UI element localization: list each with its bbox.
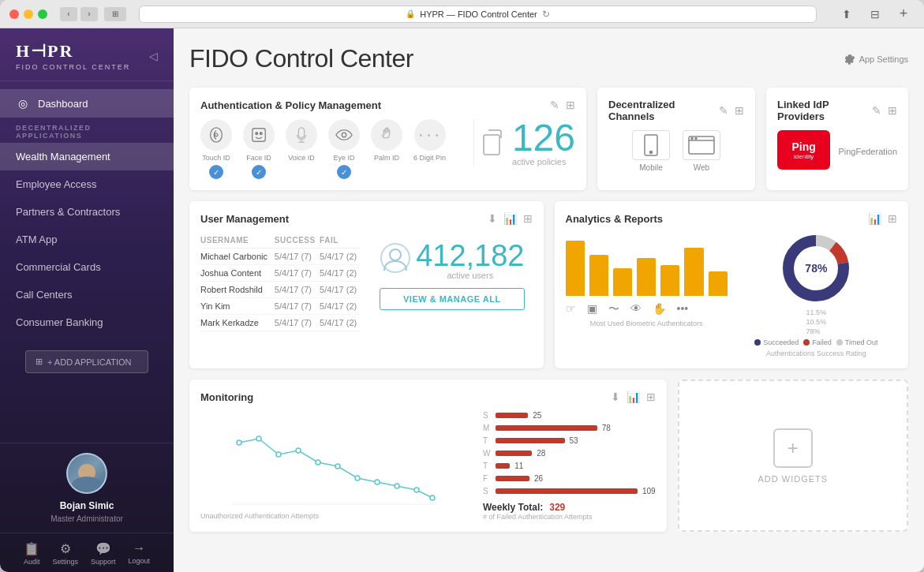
chart-icon[interactable]: 📊 — [503, 212, 517, 225]
voice-id-label: Voice ID — [288, 154, 315, 162]
refresh-icon[interactable]: ↻ — [542, 9, 550, 20]
settings-button[interactable]: ⚙ Settings — [52, 541, 78, 566]
add-application-button[interactable]: ⊞ + ADD APPLICATION — [25, 350, 148, 373]
table-row[interactable]: Yin Kim5/4/17 (7)5/4/17 (2) — [200, 298, 361, 315]
day-label: T — [483, 462, 491, 470]
sidebar-item-partners[interactable]: Partners & Contractors — [0, 198, 174, 226]
avatar-image — [68, 454, 106, 492]
svg-point-14 — [695, 138, 697, 140]
analytics-add-icon[interactable]: ⊞ — [888, 212, 897, 225]
support-label: Support — [91, 558, 116, 566]
channels-edit-icon[interactable]: ✎ — [719, 104, 728, 117]
monitoring-card: Monitoring ⬇ 📊 ⊞ — [189, 379, 667, 532]
bar — [637, 258, 656, 296]
svg-point-10 — [650, 151, 653, 154]
settings-icon: ⚙ — [60, 541, 71, 556]
svg-point-27 — [355, 476, 360, 480]
idp-edit-icon[interactable]: ✎ — [872, 104, 881, 117]
day-bar — [496, 425, 597, 431]
monitoring-chart-label: Unauthorized Authentication Attempts — [200, 512, 467, 520]
user-management-card: User Management ⬇ 📊 ⊞ USE — [189, 201, 544, 368]
active-policies-label: active policies — [512, 157, 575, 166]
eye-id-check: ✓ — [337, 165, 351, 179]
sidebar-item-call-centers[interactable]: Call Centers — [0, 281, 174, 308]
logout-button[interactable]: → Logout — [129, 541, 151, 566]
download-icon[interactable]: ⬇ — [488, 212, 497, 225]
sidebar-item-wealth-management[interactable]: Wealth Management — [0, 143, 174, 170]
sidebar-item-atm-app[interactable]: ATM App — [0, 226, 174, 253]
idp-actions: ✎ ⊞ — [872, 104, 897, 117]
monitoring-download-icon[interactable]: ⬇ — [611, 391, 620, 403]
palm-id-label: Palm ID — [374, 154, 399, 162]
table-row[interactable]: Mark Kerkadze5/4/17 (7)5/4/17 (2) — [200, 315, 361, 331]
forward-button[interactable]: › — [80, 7, 98, 21]
day-bar — [496, 463, 510, 469]
analytics-chart-icon[interactable]: 📊 — [868, 212, 881, 225]
add-user-icon[interactable]: ⊞ — [523, 212, 533, 225]
new-tab-button[interactable]: + — [892, 3, 915, 25]
sidebar: H⊣PR FIDO CONTROL CENTER ◁ ◎ Dashboard D… — [0, 28, 174, 572]
idp-title: Linked IdP Providers — [777, 99, 872, 122]
dots-icon: ••• — [677, 302, 689, 316]
bar — [566, 241, 585, 296]
svg-point-30 — [414, 488, 419, 492]
sidebar-item-dashboard[interactable]: ◎ Dashboard — [0, 89, 174, 118]
idp-card: Linked IdP Providers ✎ ⊞ Ping identity P… — [766, 88, 908, 190]
user-mgmt-title: User Management — [200, 213, 289, 225]
idp-add-icon[interactable]: ⊞ — [888, 104, 897, 117]
monitoring-chart-icon[interactable]: 📊 — [627, 391, 640, 403]
call-centers-label: Call Centers — [16, 289, 73, 301]
user-name-cell: Joshua Content — [200, 265, 275, 282]
svg-rect-2 — [253, 129, 266, 142]
sidebar-toggle-icon[interactable]: ⊟ — [864, 3, 886, 25]
back-button[interactable]: ‹ — [60, 7, 77, 21]
close-button[interactable] — [9, 9, 19, 19]
auth-touch-id: Touch ID ✓ — [200, 119, 232, 179]
user-name-cell: Michael Carbonic — [200, 249, 275, 265]
sidebar-item-commercial-cards[interactable]: Commercial Cards — [0, 253, 174, 281]
user-name-cell: Mark Kerkadze — [200, 315, 275, 331]
svg-point-22 — [256, 436, 261, 441]
url-bar[interactable]: 🔒 HYPR — FIDO Control Center ↻ — [139, 6, 817, 23]
channels-title: Decentralized Channels — [608, 99, 719, 122]
table-row[interactable]: Robert Rodshild5/4/17 (7)5/4/17 (2) — [200, 282, 361, 298]
auth-policy-add-icon[interactable]: ⊞ — [566, 99, 575, 111]
monitoring-day-row: M78 — [483, 424, 656, 432]
eye-id-icon — [328, 119, 360, 151]
support-icon: 💬 — [95, 541, 111, 556]
auth-divider — [473, 119, 474, 166]
audit-label: Audit — [24, 558, 40, 566]
auth-policy-edit-icon[interactable]: ✎ — [550, 99, 559, 111]
bar — [660, 265, 679, 296]
monitoring-day-row: S109 — [483, 487, 656, 495]
hand-icon: ✋ — [653, 302, 666, 316]
monitoring-day-row: W28 — [483, 449, 656, 458]
channels-add-icon[interactable]: ⊞ — [735, 104, 744, 117]
table-row[interactable]: Michael Carbonic5/4/17 (7)5/4/17 (2) — [200, 249, 361, 265]
support-button[interactable]: 💬 Support — [91, 541, 116, 566]
add-widgets-card[interactable]: + ADD WIDGETS — [678, 379, 908, 532]
user-success-cell: 5/4/17 (7) — [275, 249, 320, 265]
timed-out-label: Timed Out — [845, 338, 878, 346]
tab-view-button[interactable]: ⊞ — [104, 7, 126, 21]
svg-point-25 — [316, 460, 320, 465]
svg-point-31 — [430, 495, 435, 500]
sidebar-toggle-button[interactable]: ◁ — [149, 50, 158, 62]
titlebar: ‹ › ⊞ 🔒 HYPR — FIDO Control Center ↻ ⬆ ⊟… — [0, 0, 924, 28]
employee-access-label: Employee Access — [16, 178, 97, 190]
active-users-count: 412,182 — [416, 241, 524, 271]
audit-button[interactable]: 📋 Audit — [24, 541, 40, 566]
sidebar-item-consumer-banking[interactable]: Consumer Banking — [0, 308, 174, 336]
maximize-button[interactable] — [38, 9, 47, 19]
avatar — [66, 453, 107, 494]
sidebar-item-employee-access[interactable]: Employee Access — [0, 170, 174, 198]
app-settings-button[interactable]: App Settings — [844, 53, 908, 65]
phone-icon: ▣ — [587, 302, 597, 316]
share-icon[interactable]: ⬆ — [836, 3, 858, 25]
minimize-button[interactable] — [24, 9, 33, 19]
table-row[interactable]: Joshua Content5/4/17 (7)5/4/17 (2) — [200, 265, 361, 282]
monitoring-add-icon[interactable]: ⊞ — [646, 391, 656, 403]
bar-chart-icons: ☞ ▣ 〜 👁 ✋ ••• — [566, 302, 728, 316]
view-manage-all-button[interactable]: VIEW & MANAGE ALL — [380, 288, 524, 310]
partners-label: Partners & Contractors — [16, 206, 120, 218]
